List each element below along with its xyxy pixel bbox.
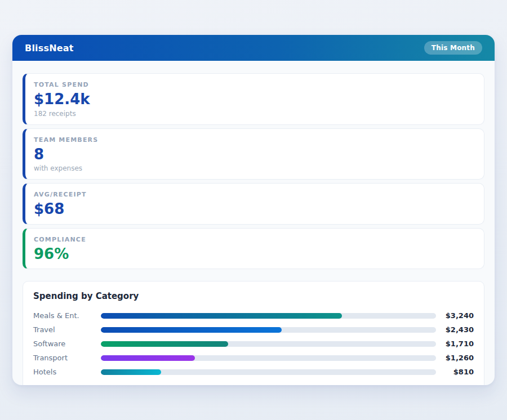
category-label: Transport — [33, 354, 101, 362]
stat-value: $12.4k — [34, 91, 474, 108]
stat-label: TOTAL SPEND — [34, 81, 474, 88]
chart-row-hotels: Hotels $810 — [33, 365, 474, 379]
category-value: $3,240 — [441, 311, 474, 320]
app-window: BlissNeat This Month TOTAL SPEND $12.4k … — [12, 35, 495, 385]
category-label: Meals & Ent. — [33, 311, 101, 320]
chart-row-transport: Transport $1,260 — [33, 351, 474, 365]
stat-card-compliance: COMPLIANCE 96% — [23, 228, 484, 270]
chart-row-meals: Meals & Ent. $3,240 — [33, 309, 474, 323]
bar-fill — [101, 369, 161, 375]
stat-label: AVG/RECEIPT — [34, 191, 474, 198]
bar-track — [101, 313, 436, 319]
bar-track — [101, 355, 436, 361]
bar-track — [101, 341, 436, 347]
bar-fill — [101, 355, 195, 361]
category-value: $810 — [441, 368, 474, 376]
app-title: BlissNeat — [25, 43, 74, 53]
chart-title: Spending by Category — [33, 291, 474, 301]
stat-value: $68 — [34, 201, 474, 217]
chart-row-software: Software $1,710 — [33, 337, 474, 351]
category-label: Hotels — [33, 368, 101, 376]
stat-subtext: 182 receipts — [34, 110, 474, 118]
bar-track — [101, 369, 436, 375]
stat-value: 96% — [34, 246, 474, 262]
bar-fill — [101, 313, 342, 319]
category-label: Software — [33, 339, 101, 348]
period-badge[interactable]: This Month — [424, 41, 482, 55]
stat-subtext: with expenses — [34, 164, 474, 172]
category-value: $1,260 — [441, 354, 474, 362]
stat-label: COMPLIANCE — [34, 236, 474, 243]
stat-value: 8 — [34, 146, 474, 163]
bar-fill — [101, 341, 228, 347]
bar-fill — [101, 327, 282, 333]
dashboard-content: TOTAL SPEND $12.4k 182 receipts TEAM MEM… — [12, 61, 495, 385]
stat-card-team-members: TEAM MEMBERS 8 with expenses — [23, 128, 484, 180]
category-value: $2,430 — [441, 325, 474, 334]
spending-by-category-card: Spending by Category Meals & Ent. $3,240… — [23, 281, 484, 385]
bar-track — [101, 327, 436, 333]
stat-card-avg-receipt: AVG/RECEIPT $68 — [23, 183, 484, 225]
category-value: $1,710 — [441, 339, 474, 348]
stat-card-total-spend: TOTAL SPEND $12.4k 182 receipts — [23, 73, 484, 125]
stat-label: TEAM MEMBERS — [34, 136, 474, 144]
category-label: Travel — [33, 325, 101, 334]
app-header: BlissNeat This Month — [12, 35, 495, 61]
chart-row-travel: Travel $2,430 — [33, 323, 474, 337]
